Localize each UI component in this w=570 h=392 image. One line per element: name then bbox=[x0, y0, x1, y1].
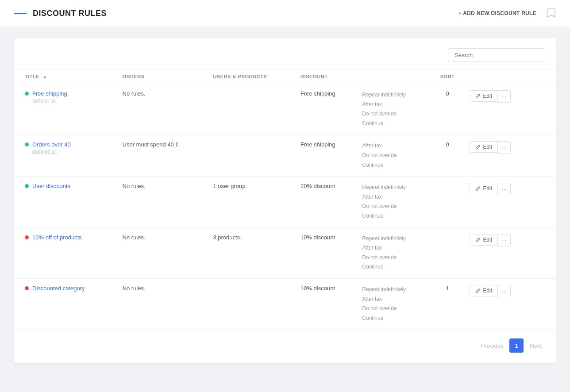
status-dot bbox=[25, 286, 29, 290]
more-options-button[interactable]: ··· bbox=[497, 90, 511, 103]
orders-cell: User must spend 40 € bbox=[117, 135, 208, 177]
title-cell: Orders over 40 0000-02-21 bbox=[14, 135, 117, 177]
page-header: DISCOUNT RULES + ADD NEW DISCOUNT RULE bbox=[0, 0, 570, 27]
search-input[interactable] bbox=[448, 48, 545, 62]
more-options-button[interactable]: ··· bbox=[497, 285, 511, 297]
title-cell: Free shipping 1970-01-01 bbox=[14, 84, 117, 135]
col-header-title: TITLE ▲ bbox=[14, 69, 117, 84]
status-dot bbox=[25, 184, 29, 188]
discount-cell: Free shipping bbox=[295, 84, 357, 135]
rule-date: 0000-02-21 bbox=[32, 150, 112, 155]
title-cell: 10% off of products bbox=[14, 227, 117, 278]
rule-title-link[interactable]: 10% off of products bbox=[25, 234, 112, 241]
orders-cell: No rules. bbox=[117, 84, 208, 135]
actions-cell: Edit ··· bbox=[464, 135, 556, 177]
discount-info-cell: After taxDo not overideContinue bbox=[357, 135, 430, 177]
discount-info-cell: Repeat indefinitelyAfter taxDo not overi… bbox=[357, 84, 430, 135]
sort-cell bbox=[431, 177, 465, 227]
rule-title-link[interactable]: Discounted category bbox=[25, 285, 112, 292]
sort-cell: 0 bbox=[431, 84, 465, 135]
table-row: User discounts No rules. 1 user group. 2… bbox=[14, 177, 556, 227]
col-header-orders: ORDERS bbox=[117, 69, 208, 84]
discount-cell: Free shipping bbox=[295, 135, 357, 177]
sort-cell: 1 bbox=[431, 278, 465, 329]
edit-icon bbox=[475, 144, 481, 150]
orders-cell: No rules. bbox=[117, 177, 208, 227]
more-options-button[interactable]: ··· bbox=[497, 141, 511, 154]
actions-cell: Edit ··· bbox=[464, 227, 556, 278]
table-row: Free shipping 1970-01-01 No rules. Free … bbox=[14, 84, 556, 135]
users-products-cell: 1 user group. bbox=[208, 177, 295, 227]
more-options-button[interactable]: ··· bbox=[497, 183, 511, 195]
rule-title-link[interactable]: Orders over 40 bbox=[25, 141, 112, 148]
discount-info-cell: Repeat indefinitelyAfter taxDo not overi… bbox=[357, 278, 430, 329]
table-row: Discounted category No rules. 10% discou… bbox=[14, 278, 556, 329]
discount-info-cell: Repeat indefinitelyAfter taxDo not overi… bbox=[357, 177, 430, 227]
add-new-discount-rule-button[interactable]: + ADD NEW DISCOUNT RULE bbox=[455, 8, 540, 18]
status-dot bbox=[25, 235, 29, 239]
table-row: 10% off of products No rules. 3 products… bbox=[14, 227, 556, 278]
pagination: Previous 1 Next bbox=[14, 330, 556, 356]
page-title: DISCOUNT RULES bbox=[33, 9, 107, 18]
users-products-cell bbox=[208, 84, 295, 135]
discount-info-cell: Repeat indefinitelyAfter taxDo not overi… bbox=[357, 227, 430, 278]
edit-button[interactable]: Edit bbox=[470, 141, 497, 153]
edit-button[interactable]: Edit bbox=[470, 183, 497, 194]
edit-button[interactable]: Edit bbox=[470, 285, 497, 296]
users-products-cell bbox=[208, 278, 295, 329]
status-dot bbox=[25, 92, 29, 96]
edit-icon bbox=[475, 186, 481, 191]
rule-title-link[interactable]: Free shipping bbox=[25, 90, 112, 97]
table-row: Orders over 40 0000-02-21 User must spen… bbox=[14, 135, 556, 177]
actions-cell: Edit ··· bbox=[464, 177, 556, 227]
discount-rules-card: TITLE ▲ ORDERS USERS & PRODUCTS DISCOUNT… bbox=[14, 38, 556, 363]
rule-title-link[interactable]: User discounts bbox=[25, 183, 112, 189]
header-dash-icon bbox=[14, 13, 27, 14]
col-header-users-products: USERS & PRODUCTS bbox=[208, 69, 295, 84]
title-cell: User discounts bbox=[14, 177, 117, 227]
discount-rules-table: TITLE ▲ ORDERS USERS & PRODUCTS DISCOUNT… bbox=[14, 69, 556, 330]
discount-cell: 10% discount bbox=[295, 227, 357, 278]
sort-cell bbox=[431, 227, 465, 278]
more-options-button[interactable]: ··· bbox=[497, 234, 511, 246]
previous-button[interactable]: Previous bbox=[478, 341, 507, 351]
edit-icon bbox=[475, 288, 481, 293]
actions-cell: Edit ··· bbox=[464, 84, 556, 135]
orders-cell: No rules. bbox=[117, 227, 208, 278]
rule-date: 1970-01-01 bbox=[32, 99, 112, 104]
next-button[interactable]: Next bbox=[526, 341, 545, 351]
edit-button[interactable]: Edit bbox=[470, 234, 497, 246]
sort-arrow-icon: ▲ bbox=[43, 74, 47, 79]
status-dot bbox=[25, 142, 29, 146]
discount-cell: 10% discount bbox=[295, 278, 357, 329]
users-products-cell: 3 products. bbox=[208, 227, 295, 278]
orders-cell: No rules. bbox=[117, 278, 208, 329]
edit-icon bbox=[475, 93, 481, 99]
col-header-actions bbox=[464, 69, 556, 84]
col-header-sort: SORT bbox=[431, 69, 465, 84]
col-header-discount-info bbox=[357, 69, 430, 84]
actions-cell: Edit ··· bbox=[464, 278, 556, 329]
col-header-discount: DISCOUNT bbox=[295, 69, 357, 84]
title-cell: Discounted category bbox=[14, 278, 117, 329]
users-products-cell bbox=[208, 135, 295, 177]
page-1-button[interactable]: 1 bbox=[509, 338, 524, 353]
bookmark-icon[interactable] bbox=[547, 8, 556, 19]
edit-button[interactable]: Edit bbox=[470, 90, 497, 102]
discount-cell: 20% discount bbox=[295, 177, 357, 227]
edit-icon bbox=[475, 237, 481, 242]
sort-cell: 0 bbox=[431, 135, 465, 177]
